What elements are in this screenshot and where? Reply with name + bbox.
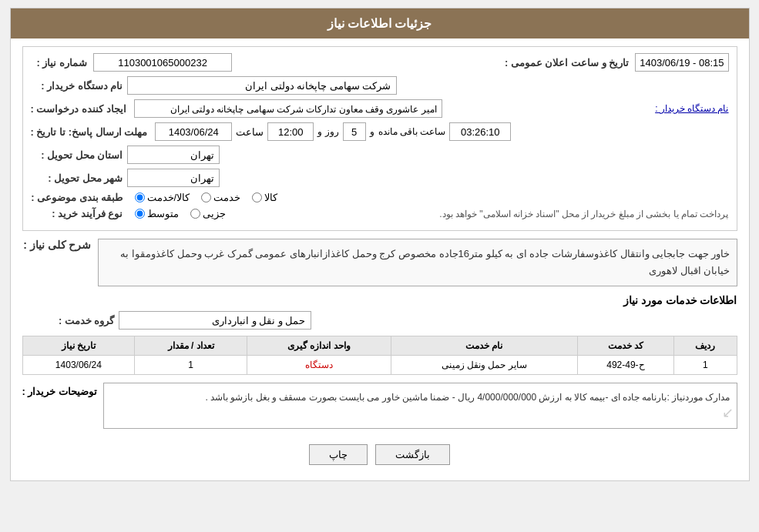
process-jozii-radio[interactable] [190, 209, 200, 219]
deadline-time-value: 12:00 [267, 122, 314, 141]
category-kala-option[interactable]: کالا [252, 192, 277, 203]
page-header: جزئیات اطلاعات نیاز [11, 8, 749, 38]
announce-date-value: 08:15 - 1403/06/19 [635, 53, 728, 72]
services-section: اطلاعات خدمات مورد نیاز حمل و نقل و انبا… [22, 294, 737, 375]
corner-icon: ↙ [722, 400, 734, 425]
cell-service-code: ح-49-492 [577, 356, 674, 375]
process-note: پرداخت تمام یا بخشی از مبلغ خریدار از مح… [230, 209, 729, 219]
col-row-num: ردیف [674, 336, 737, 356]
city-row: تهران شهر محل تحویل : [31, 169, 729, 187]
category-khedmat-option[interactable]: خدمت [201, 192, 240, 203]
contact-link[interactable]: نام دستگاه خریدار : [655, 103, 728, 114]
need-number-group: 1103001065000232 شماره نیاز : [31, 53, 233, 72]
city-label: شهر محل تحویل : [31, 172, 123, 184]
city-value: تهران [127, 169, 220, 187]
buyer-org-row: شرکت سهامی چاپخانه دولتی ایران نام دستگا… [31, 76, 729, 95]
deadline-time-label: ساعت [236, 126, 264, 138]
category-radio-group: کالا خدمت کالا/خدمت [135, 192, 278, 203]
page-title: جزئیات اطلاعات نیاز [327, 17, 432, 30]
description-text: خاور جهت جابجایی وانتقال کاغذوسفارشات جا… [98, 239, 737, 286]
province-row: تهران استان محل تحویل : [31, 146, 729, 164]
print-button[interactable]: چاپ [309, 444, 368, 465]
process-type-label: نوع فرآیند خرید : [31, 208, 123, 219]
process-jozii-label: جزیی [203, 208, 226, 219]
cell-row-num: 1 [674, 356, 737, 375]
service-group-value: حمل و نقل و انبارداری [119, 311, 311, 330]
announce-datetime-group: 08:15 - 1403/06/19 تاریخ و ساعت اعلان عم… [499, 53, 729, 72]
buyer-notes-section: مدارک موردنیاز :بارنامه جاده ای -بیمه کا… [22, 383, 737, 429]
service-group-row: حمل و نقل و انبارداری گروه خدمت : [22, 311, 737, 330]
items-table: ردیف کد خدمت نام خدمت واحد اندازه گیری ت… [22, 336, 737, 375]
col-quantity: تعداد / مقدار [135, 336, 247, 356]
process-jozii-option[interactable]: جزیی [190, 208, 226, 219]
col-unit: واحد اندازه گیری [247, 336, 391, 356]
main-info-section: 08:15 - 1403/06/19 تاریخ و ساعت اعلان عم… [22, 46, 737, 231]
content: 08:15 - 1403/06/19 تاریخ و ساعت اعلان عم… [11, 38, 749, 480]
category-kala-khedmat-radio[interactable] [135, 192, 145, 202]
description-title: شرح کلی نیاز : [22, 239, 92, 251]
buyer-org-value: شرکت سهامی چاپخانه دولتی ایران [127, 76, 397, 95]
remaining-label: ساعت باقی مانده [378, 126, 446, 137]
buttons-row: بازگشت چاپ [22, 437, 737, 473]
category-kala-khedmat-label: کالا/خدمت [147, 192, 190, 203]
deadline-label: مهلت ارسال پاسخ: تا تاریخ : [31, 126, 148, 138]
cell-date: 1403/06/24 [22, 356, 135, 375]
process-motavaset-option[interactable]: متوسط [135, 208, 179, 219]
description-section: خاور جهت جابجایی وانتقال کاغذوسفارشات جا… [22, 239, 737, 286]
need-number-value: 1103001065000232 [93, 53, 232, 72]
creator-value: امیر عاشوری وقف معاون تداركات شركت سهامی… [134, 99, 442, 118]
services-title: اطلاعات خدمات مورد نیاز [22, 294, 737, 306]
remaining-time-value: 03:26:10 [449, 122, 511, 141]
deadline-date-value: 1403/06/24 [155, 122, 232, 141]
announce-datetime-label: تاریخ و ساعت اعلان عمومی : [505, 57, 629, 69]
creator-row: نام دستگاه خریدار : امیر عاشوری وقف معاو… [31, 99, 729, 118]
process-radio-group: جزیی متوسط [135, 208, 226, 219]
category-row: کالا خدمت کالا/خدمت طبقه بندی موضوعی : [31, 192, 729, 203]
category-khedmat-radio[interactable] [201, 192, 211, 202]
need-number-label: شماره نیاز : [37, 57, 88, 69]
table-header-row: ردیف کد خدمت نام خدمت واحد اندازه گیری ت… [22, 336, 737, 356]
service-group-label: گروه خدمت : [22, 315, 115, 326]
back-button[interactable]: بازگشت [375, 444, 450, 465]
day-label: روز و [317, 126, 338, 137]
process-motavaset-label: متوسط [147, 208, 179, 219]
process-motavaset-radio[interactable] [135, 209, 145, 219]
col-date: تاریخ نیاز [22, 336, 135, 356]
category-khedmat-label: خدمت [213, 192, 240, 203]
page-container: جزئیات اطلاعات نیاز 08:15 - 1403/06/19 ت… [10, 8, 750, 481]
category-label: طبقه بندی موضوعی : [31, 192, 123, 203]
category-kala-label: کالا [264, 192, 277, 203]
cell-quantity: 1 [135, 356, 247, 375]
category-kala-khedmat-option[interactable]: کالا/خدمت [135, 192, 190, 203]
process-type-row: پرداخت تمام یا بخشی از مبلغ خریدار از مح… [31, 208, 729, 219]
col-service-name: نام خدمت [391, 336, 577, 356]
col-service-code: کد خدمت [577, 336, 674, 356]
province-value: تهران [127, 146, 220, 164]
category-kala-radio[interactable] [252, 192, 262, 202]
deadline-fields: 12:00 ساعت 1403/06/24 مهلت ارسال پاسخ: ت… [31, 122, 314, 141]
cell-service-name: سایر حمل ونقل زمینی [391, 356, 577, 375]
remaining-time-group: 03:26:10 ساعت باقی مانده و 5 روز و [317, 122, 511, 141]
deadline-row: 03:26:10 ساعت باقی مانده و 5 روز و 12:00… [31, 122, 729, 141]
cell-unit: دستگاه [247, 356, 391, 375]
buyer-notes-text: مدارک موردنیاز :بارنامه جاده ای -بیمه کا… [103, 383, 737, 429]
creator-label: ایجاد کننده درخواست : [31, 103, 126, 115]
province-label: استان محل تحویل : [31, 149, 123, 161]
table-row: 1 ح-49-492 سایر حمل ونقل زمینی دستگاه 1 … [22, 356, 737, 375]
need-number-row: 08:15 - 1403/06/19 تاریخ و ساعت اعلان عم… [31, 53, 729, 72]
days-value: 5 [343, 122, 366, 141]
buyer-org-label: نام دستگاه خریدار : [31, 80, 123, 92]
buyer-notes-label: توضیحات خریدار : [22, 383, 98, 397]
